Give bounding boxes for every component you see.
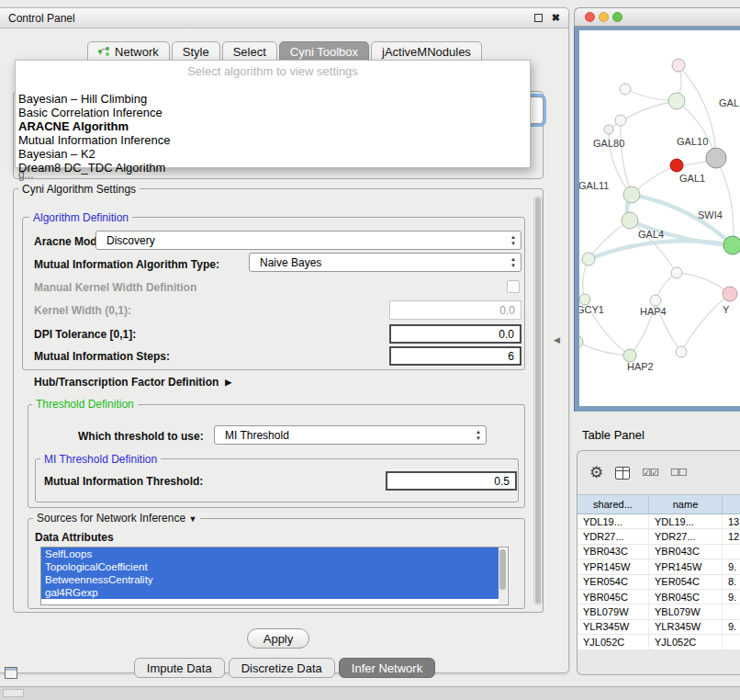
table-cell[interactable]: YLR345W: [577, 620, 649, 634]
network-graph[interactable]: GAL80GAL10GALGAL11GAL1SWI4GAL4GCY1HAP4YH…: [579, 30, 740, 406]
table-cell[interactable]: [723, 604, 740, 618]
network-canvas[interactable]: GAL80GAL10GALGAL11GAL1SWI4GAL4GCY1HAP4YH…: [579, 30, 740, 406]
network-node[interactable]: [706, 148, 726, 168]
restore-panel-icon[interactable]: [5, 667, 17, 679]
network-edge[interactable]: [681, 294, 730, 352]
network-edge[interactable]: [677, 273, 730, 294]
table-row[interactable]: YPR145WYPR145W9.: [577, 559, 740, 574]
table-cell[interactable]: [723, 635, 740, 649]
hub-section-expander[interactable]: Hub/Transcription Factor Definition ▶: [34, 376, 231, 389]
table-cell[interactable]: YBL079W: [649, 604, 723, 618]
network-node[interactable]: [622, 212, 638, 229]
tab-select[interactable]: Select: [222, 41, 277, 62]
attribute-item[interactable]: BetweennessCentrality: [41, 573, 499, 586]
network-node[interactable]: [650, 295, 661, 306]
table-row[interactable]: YDR27...YDR27...12: [577, 529, 740, 544]
network-edge[interactable]: [589, 241, 733, 259]
network-window-titlebar[interactable]: [574, 7, 740, 27]
column-header-name[interactable]: name: [649, 495, 723, 514]
network-node[interactable]: [723, 287, 737, 301]
mi-threshold-field[interactable]: [386, 471, 517, 491]
table-cell[interactable]: YPR145W: [649, 559, 723, 573]
control-panel-titlebar[interactable]: Control Panel ✖: [0, 8, 568, 28]
table-cell[interactable]: 9.: [723, 590, 740, 604]
settings-scrollbar[interactable]: [533, 196, 543, 605]
tab-infer-network[interactable]: Infer Network: [339, 658, 435, 678]
table-row[interactable]: YER054CYER054C8.: [577, 575, 740, 590]
algorithm-option-aracne-algorithm[interactable]: ARACNE Algorithm: [16, 119, 530, 133]
attribute-list-scrollbar[interactable]: [499, 548, 507, 604]
network-edge[interactable]: [621, 120, 632, 195]
minimize-icon[interactable]: [534, 14, 543, 22]
attribute-list-scrollbar-thumb[interactable]: [499, 549, 506, 590]
table-cell[interactable]: YPR145W: [577, 559, 649, 573]
table-cell[interactable]: 9.: [723, 620, 740, 634]
network-node[interactable]: [620, 84, 631, 95]
network-node[interactable]: [671, 267, 682, 278]
table-cell[interactable]: [723, 545, 740, 559]
tab-cyni-toolbox[interactable]: Cyni Toolbox: [279, 41, 369, 62]
attribute-item[interactable]: gal4RGexp: [41, 586, 499, 599]
apply-button[interactable]: Apply: [247, 628, 309, 649]
table-cell[interactable]: YER054C: [649, 575, 723, 589]
sources-expander[interactable]: Sources for Network Inference ▼: [33, 512, 200, 525]
network-edge[interactable]: [579, 342, 630, 356]
table-cell[interactable]: YDR27...: [577, 529, 649, 543]
network-node[interactable]: [668, 93, 685, 109]
select-all-icon[interactable]: ☑☑: [642, 467, 658, 479]
which-threshold-combobox[interactable]: MI Threshold ▲ ▼: [214, 425, 487, 445]
table-cell[interactable]: YBR045C: [649, 590, 723, 604]
table-cell[interactable]: YJL052C: [649, 635, 723, 649]
algorithm-option-dream8-dc-tdc-algorithm[interactable]: Dream8 DC_TDC Algorithm: [16, 161, 530, 175]
close-traffic-icon[interactable]: [585, 12, 595, 22]
tab-style[interactable]: Style: [172, 41, 220, 62]
table-row[interactable]: YJL052CYJL052C: [577, 635, 740, 649]
table-cell[interactable]: YDL19...: [649, 514, 723, 528]
attribute-item[interactable]: TopologicalCoefficient: [41, 560, 499, 573]
table-cell[interactable]: YBL079W: [577, 604, 649, 618]
settings-scrollbar-thumb[interactable]: [535, 198, 541, 604]
table-cell[interactable]: YLR345W: [649, 620, 723, 634]
network-node[interactable]: [676, 346, 687, 357]
bottom-panel-handle[interactable]: [3, 689, 24, 697]
table-cell[interactable]: YDR27...: [649, 529, 723, 543]
minimize-traffic-icon[interactable]: [599, 12, 609, 22]
table-cell[interactable]: YBR043C: [649, 545, 723, 559]
network-node[interactable]: [672, 59, 685, 72]
dpi-tolerance-field[interactable]: [389, 324, 521, 344]
network-node[interactable]: [623, 349, 636, 362]
table-cell[interactable]: 9.: [723, 559, 740, 573]
algorithm-option-basic-correlation-inference[interactable]: Basic Correlation Inference: [16, 106, 530, 119]
close-icon[interactable]: ✖: [552, 13, 560, 23]
table-row[interactable]: YBR045CYBR045C9.: [577, 590, 740, 604]
table-cell[interactable]: 13: [723, 514, 740, 528]
mi-algorithm-type-combobox[interactable]: Naive Bayes ▲ ▼: [249, 253, 521, 272]
table-row[interactable]: YBL079WYBL079W: [577, 604, 740, 619]
column-header-3[interactable]: [723, 495, 740, 514]
kernel-width-field[interactable]: [389, 300, 521, 320]
network-node[interactable]: [670, 159, 683, 172]
algorithm-option-bayesian-k2[interactable]: Bayesian – K2: [16, 147, 530, 161]
table-cell[interactable]: YBR043C: [577, 545, 649, 559]
algorithm-option-mutual-information-inference[interactable]: Mutual Information Inference: [16, 133, 530, 147]
tab-jactivemnodules[interactable]: jActiveMNodules: [371, 41, 482, 62]
table-cell[interactable]: 8.: [723, 575, 740, 589]
network-node[interactable]: [579, 335, 583, 348]
network-node[interactable]: [623, 186, 640, 203]
deselect-all-icon[interactable]: ☐☐: [670, 467, 687, 479]
zoom-traffic-icon[interactable]: [612, 12, 622, 22]
columns-icon[interactable]: [615, 467, 630, 480]
table-cell[interactable]: YJL052C: [577, 635, 649, 649]
network-node[interactable]: [582, 253, 595, 265]
algorithm-option-bayesian-hill-climbing[interactable]: Bayesian – Hill Climbing: [16, 92, 530, 106]
column-header-shared[interactable]: shared...: [577, 495, 649, 514]
table-cell[interactable]: YER054C: [577, 575, 649, 589]
network-node[interactable]: [604, 125, 613, 134]
table-cell[interactable]: YBR045C: [577, 590, 649, 604]
table-cell[interactable]: YDL19...: [577, 514, 649, 528]
table-row[interactable]: YLR345WYLR345W9.: [577, 620, 740, 635]
table-row[interactable]: YDL19...YDL19...13: [577, 514, 740, 529]
network-node[interactable]: [723, 236, 740, 254]
attribute-item[interactable]: SelfLoops: [41, 548, 499, 560]
tab-network[interactable]: Network: [87, 41, 170, 62]
